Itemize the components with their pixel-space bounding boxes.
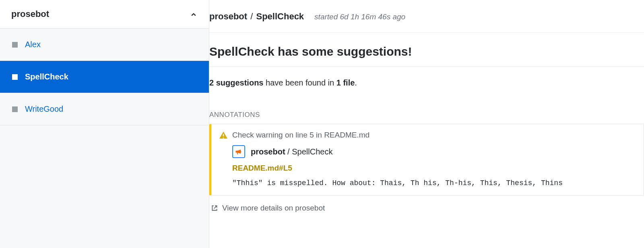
annotation-app-row: prosebot / SpellCheck	[219, 145, 636, 158]
status-square-icon	[12, 74, 18, 80]
external-link-icon	[211, 204, 218, 212]
annotation-header-text: Check warning on line 5 in README.md	[232, 131, 369, 140]
sidebar-item-label: Alex	[25, 40, 41, 49]
sidebar-item-label: WriteGood	[25, 104, 63, 114]
sidebar-item-writegood[interactable]: WriteGood	[0, 93, 209, 125]
annotation-header-row: Check warning on line 5 in README.md	[219, 131, 636, 140]
view-more-link[interactable]: View more details on prosebot	[209, 196, 644, 213]
annotations-heading: ANNOTATIONS	[209, 91, 644, 124]
summary-middle: have been found in	[263, 78, 336, 87]
annotation-app-sep: /	[285, 147, 292, 156]
sidebar-title: prosebot	[11, 9, 49, 19]
summary-line: 2 suggestions have been found in 1 file.	[209, 67, 644, 91]
annotation-app-name: prosebot	[251, 147, 285, 156]
sidebar-list: Alex SpellCheck WriteGood	[0, 29, 209, 125]
status-square-icon	[12, 42, 18, 48]
sidebar-item-alex[interactable]: Alex	[0, 29, 209, 61]
annotation-app-text: prosebot / SpellCheck	[251, 147, 332, 156]
sidebar: prosebot Alex SpellCheck WriteGood	[0, 0, 209, 248]
status-square-icon	[12, 106, 18, 112]
main-header: prosebot / SpellCheck started 6d 1h 16m …	[209, 11, 644, 33]
report-title: SpellCheck has some suggestions!	[209, 33, 644, 67]
warning-triangle-icon	[219, 131, 227, 139]
summary-tail: .	[355, 78, 357, 87]
breadcrumb-app: prosebot	[209, 11, 247, 21]
megaphone-icon	[232, 145, 245, 158]
summary-count: 2 suggestions	[209, 78, 263, 87]
main-content: prosebot / SpellCheck started 6d 1h 16m …	[209, 0, 644, 248]
annotation-check-name: SpellCheck	[292, 147, 332, 156]
annotation-file-link[interactable]: README.md#L5	[219, 164, 636, 173]
sidebar-item-label: SpellCheck	[25, 72, 68, 81]
breadcrumb: prosebot / SpellCheck	[209, 11, 304, 22]
started-timestamp: started 6d 1h 16m 46s ago	[314, 13, 405, 21]
breadcrumb-check: SpellCheck	[256, 11, 304, 21]
annotation-message: "Thhis" is misspelled. How about: Thais,…	[219, 179, 636, 187]
sidebar-header[interactable]: prosebot	[0, 0, 209, 29]
chevron-up-icon	[190, 10, 198, 18]
sidebar-item-spellcheck[interactable]: SpellCheck	[0, 61, 209, 93]
breadcrumb-separator: /	[250, 11, 254, 21]
view-more-text: View more details on prosebot	[222, 204, 325, 213]
annotation-card: Check warning on line 5 in README.md pro…	[209, 124, 644, 196]
summary-files: 1 file	[336, 78, 355, 87]
